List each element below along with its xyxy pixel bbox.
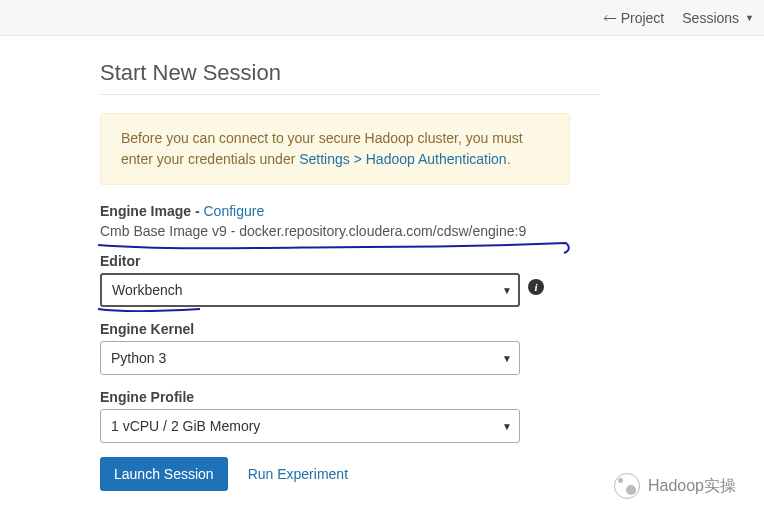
- caret-down-icon: ▼: [745, 13, 754, 23]
- engine-image-group: Engine Image - Configure Cmb Base Image …: [100, 203, 600, 239]
- configure-link[interactable]: Configure: [203, 203, 264, 219]
- top-navbar: 🡐 Project Sessions ▼: [0, 0, 764, 36]
- engine-kernel-group: Engine Kernel Python 3 ▼: [100, 321, 600, 375]
- button-row: Launch Session Run Experiment: [100, 457, 600, 491]
- project-link-label: Project: [621, 10, 665, 26]
- engine-profile-group: Engine Profile 1 vCPU / 2 GiB Memory ▼: [100, 389, 600, 443]
- launch-session-button[interactable]: Launch Session: [100, 457, 228, 491]
- info-icon[interactable]: i: [528, 279, 544, 295]
- alert-text-after: .: [507, 151, 511, 167]
- editor-label: Editor: [100, 253, 600, 269]
- wechat-icon: [614, 473, 640, 499]
- editor-select[interactable]: Workbench: [100, 273, 520, 307]
- engine-profile-select[interactable]: 1 vCPU / 2 GiB Memory: [100, 409, 520, 443]
- hadoop-auth-link[interactable]: Settings > Hadoop Authentication: [299, 151, 506, 167]
- credentials-warning-alert: Before you can connect to your secure Ha…: [100, 113, 570, 185]
- engine-profile-label: Engine Profile: [100, 389, 600, 405]
- engine-image-value: Cmb Base Image v9 - docker.repository.cl…: [100, 223, 600, 239]
- watermark-text: Hadoop实操: [648, 476, 736, 497]
- editor-group: Editor Workbench ▼ i: [100, 253, 600, 307]
- engine-image-label: Engine Image - Configure: [100, 203, 600, 219]
- engine-kernel-select[interactable]: Python 3: [100, 341, 520, 375]
- sessions-link-label: Sessions: [682, 10, 739, 26]
- sessions-dropdown[interactable]: Sessions ▼: [682, 10, 754, 26]
- engine-kernel-label: Engine Kernel: [100, 321, 600, 337]
- run-experiment-button[interactable]: Run Experiment: [248, 466, 348, 482]
- engine-image-separator: -: [191, 203, 203, 219]
- main-container: Start New Session Before you can connect…: [0, 36, 600, 491]
- engine-image-label-text: Engine Image: [100, 203, 191, 219]
- page-title: Start New Session: [100, 60, 600, 95]
- project-link[interactable]: 🡐 Project: [603, 10, 665, 26]
- watermark: Hadoop实操: [614, 473, 736, 499]
- arrow-left-icon: 🡐: [603, 11, 617, 25]
- engine-profile-select-value: 1 vCPU / 2 GiB Memory: [111, 418, 260, 434]
- engine-kernel-select-value: Python 3: [111, 350, 166, 366]
- editor-select-value: Workbench: [112, 282, 183, 298]
